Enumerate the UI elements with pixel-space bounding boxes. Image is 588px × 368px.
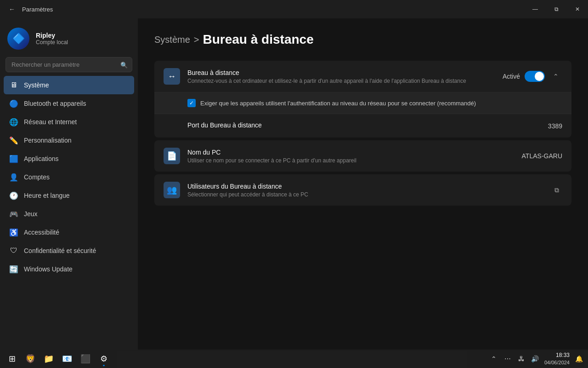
nav-label-applications: Applications [24,155,59,162]
notification-icon[interactable]: 🔔 [573,353,584,364]
sidebar-item-confidentialite[interactable]: 🛡 Confidentialité et sécurité [4,242,134,260]
utilisateurs-title: Utilisateurs du Bureau à distance [187,183,544,190]
breadcrumb-parent[interactable]: Système [154,34,190,45]
minimize-button[interactable]: — [525,0,546,18]
breadcrumb-separator: > [194,34,199,45]
nav-label-accessibilite: Accessibilité [24,229,59,236]
tray-grid-icon[interactable]: ⋯ [502,353,513,364]
setting-row-utilisateurs[interactable]: 👥 Utilisateurs du Bureau à distance Séle… [154,174,571,206]
checkmark-icon: ✓ [189,100,194,106]
taskbar-app-outlook[interactable]: 📧 [59,351,75,367]
nom-pc-title: Nom du PC [187,149,514,156]
tray-chevron[interactable]: ⌃ [488,353,499,364]
tray-network-icon[interactable]: 🖧 [516,353,527,364]
search-box: 🔍 [6,57,132,72]
card-nom-pc: 📄 Nom du PC Utiliser ce nom pour se conn… [154,140,571,172]
sidebar-item-heure[interactable]: 🕐 Heure et langue [4,186,134,205]
taskbar-app-explorer[interactable]: 📁 [40,351,57,367]
back-button[interactable]: ← [6,3,18,16]
user-name: Ripley [36,32,68,39]
sidebar-item-personnalisation[interactable]: ✏️ Personnalisation [4,131,134,150]
utilisateurs-desc: Sélectionner qui peut accéder à distance… [187,191,544,198]
sidebar-item-reseau[interactable]: 🌐 Réseau et Internet [4,113,134,131]
nav-icon-windows_update: 🔄 [9,264,18,274]
toggle-thumb [535,72,544,81]
setting-row-port: Port du Bureau à distance 3389 [154,114,571,138]
nom-pc-icon: 📄 [164,148,180,164]
breadcrumb: Système > Bureau à distance [154,32,571,47]
utilisateurs-icon: 👥 [164,182,180,198]
page-title: Bureau à distance [203,32,314,47]
chevron-up-icon[interactable]: ⌃ [549,70,562,83]
user-section: 🔷 Ripley Compte local [0,23,138,57]
sidebar-item-jeux[interactable]: 🎮 Jeux [4,205,134,223]
bureau-distance-status: Activé [503,73,520,80]
card-bureau-distance: ↔ Bureau à distance Connectez-vous à cet… [154,61,571,138]
nav-icon-heure: 🕐 [9,191,18,200]
port-value: 3389 [548,122,562,130]
auth-checkbox-label: Exiger que les appareils utilisent l'aut… [200,100,476,107]
clock-time: 18:33 [544,352,570,359]
nav-icon-personnalisation: ✏️ [9,136,18,145]
utilisateurs-control: ⧉ [551,184,562,196]
bureau-distance-icon: ↔ [164,68,180,85]
nom-pc-info: Nom du PC Utiliser ce nom pour se connec… [187,149,514,164]
maximize-button[interactable]: ⧉ [546,0,567,18]
external-link-icon[interactable]: ⧉ [551,184,562,196]
sidebar: 🔷 Ripley Compte local 🔍 🖥 Système🔵 Bluet… [0,18,138,350]
auth-checkbox-row: ✓ Exiger que les appareils utilisent l'a… [187,99,562,107]
nav-label-systeme: Système [24,81,49,89]
setting-row-nom-pc: 📄 Nom du PC Utiliser ce nom pour se conn… [154,140,571,172]
avatar: 🔷 [7,28,29,50]
auth-checkbox[interactable]: ✓ [187,99,196,107]
avatar-icon: 🔷 [12,33,25,45]
nav-icon-comptes: 👤 [9,172,18,182]
nav-label-windows_update: Windows Update [24,265,73,273]
sidebar-item-windows_update[interactable]: 🔄 Windows Update [4,260,134,278]
expanded-auth-section: ✓ Exiger que les appareils utilisent l'a… [154,92,571,114]
app-container: 🔷 Ripley Compte local 🔍 🖥 Système🔵 Bluet… [0,18,588,350]
nav-label-jeux: Jeux [24,210,38,218]
bureau-distance-toggle[interactable] [525,71,545,82]
pc-name-value: ATLAS-GARU [522,152,562,160]
nav-icon-systeme: 🖥 [9,80,18,90]
nav-label-personnalisation: Personnalisation [24,137,72,144]
nav-icon-bluetooth: 🔵 [9,99,18,108]
port-info: Port du Bureau à distance [187,121,541,130]
nav-list: 🖥 Système🔵 Bluetooth et appareils🌐 Résea… [0,76,138,350]
taskbar-apps: ⊞🦁📁📧⬛⚙ [4,351,112,367]
nom-pc-desc: Utiliser ce nom pour se connecter à ce P… [187,157,514,164]
sidebar-item-comptes[interactable]: 👤 Comptes [4,168,134,186]
sidebar-item-systeme[interactable]: 🖥 Système [4,76,134,94]
port-title: Port du Bureau à distance [187,121,541,129]
user-account-type: Compte local [36,39,68,46]
nav-label-bluetooth: Bluetooth et appareils [24,100,86,107]
close-button[interactable]: ✕ [567,0,588,18]
taskbar-app-brave[interactable]: 🦁 [22,351,39,367]
search-input[interactable] [6,57,132,72]
titlebar-title: Paramètres [22,6,53,13]
setting-row-bureau-distance: ↔ Bureau à distance Connectez-vous à cet… [154,61,571,92]
taskbar-right: ⌃ ⋯ 🖧 🔊 18:33 04/06/2024 🔔 [488,352,584,366]
tray-volume-icon[interactable]: 🔊 [530,353,541,364]
sidebar-item-applications[interactable]: 🟦 Applications [4,150,134,168]
window-controls: — ⧉ ✕ [525,0,588,18]
taskbar: ⊞🦁📁📧⬛⚙ ⌃ ⋯ 🖧 🔊 18:33 04/06/2024 🔔 [0,350,588,368]
nav-icon-accessibilite: ♿ [9,228,18,237]
system-tray: ⌃ ⋯ 🖧 🔊 [488,353,541,364]
card-utilisateurs: 👥 Utilisateurs du Bureau à distance Séle… [154,174,571,206]
taskbar-app-terminal[interactable]: ⬛ [77,351,94,367]
user-info: Ripley Compte local [36,32,68,46]
sidebar-item-accessibilite[interactable]: ♿ Accessibilité [4,223,134,242]
clock[interactable]: 18:33 04/06/2024 [544,352,570,366]
nav-icon-reseau: 🌐 [9,117,18,126]
taskbar-app-start[interactable]: ⊞ [4,351,20,367]
nav-label-confidentialite: Confidentialité et sécurité [24,247,96,254]
nav-icon-applications: 🟦 [9,154,18,163]
sidebar-item-bluetooth[interactable]: 🔵 Bluetooth et appareils [4,94,134,113]
port-control: 3389 [548,122,562,130]
content-area: Système > Bureau à distance ↔ Bureau à d… [138,18,588,350]
bureau-distance-title: Bureau à distance [187,69,495,76]
nav-label-reseau: Réseau et Internet [24,118,77,126]
taskbar-app-settings[interactable]: ⚙ [96,351,112,367]
